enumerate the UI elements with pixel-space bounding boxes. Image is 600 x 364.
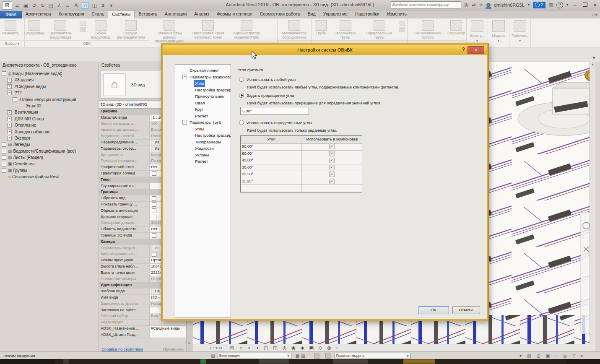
checkbox[interactable] bbox=[152, 252, 156, 257]
ribbon-button[interactable] bbox=[397, 18, 406, 27]
tree-expander-icon[interactable] bbox=[7, 84, 12, 89]
browser-tree-item[interactable]: ??? bbox=[0, 90, 98, 96]
restore-button[interactable] bbox=[582, 2, 588, 8]
browser-tree-item[interactable]: ДЛЯ MR Group bbox=[0, 116, 98, 122]
checkbox[interactable] bbox=[152, 233, 156, 238]
ribbon-button[interactable]: Механическое оборудование bbox=[278, 18, 310, 39]
ribbon-tab[interactable]: Совместная работа bbox=[256, 10, 304, 18]
view-control-icon[interactable]: ▤ bbox=[229, 345, 234, 351]
ribbon-button[interactable]: Воздуховод bbox=[26, 18, 43, 36]
ribbon-button[interactable]: Труба bbox=[312, 18, 329, 36]
view-control-icon[interactable]: ◈ bbox=[301, 345, 304, 351]
ribbon-button[interactable]: Воздухо-распределители bbox=[114, 18, 148, 39]
ribbon-button[interactable]: Изменить bbox=[1, 18, 20, 36]
dialog-tree-item[interactable]: Круг bbox=[175, 106, 231, 113]
taskbar-app[interactable] bbox=[259, 359, 289, 364]
tree-expander-icon[interactable] bbox=[7, 136, 12, 140]
tree-expander-icon[interactable] bbox=[7, 78, 12, 83]
scroll-up-icon[interactable]: ▲ bbox=[590, 62, 595, 66]
viewport-scrollbar[interactable]: ▲ bbox=[590, 62, 596, 344]
notification-badge[interactable]: 2 bbox=[533, 2, 545, 8]
ribbon-tab[interactable]: Управление bbox=[319, 10, 351, 18]
radio-icon[interactable] bbox=[239, 120, 244, 125]
taskbar-app[interactable] bbox=[333, 359, 368, 364]
qat-icon[interactable]: A bbox=[73, 3, 79, 8]
browser-tree-item[interactable]: #Сводные виды bbox=[0, 83, 98, 90]
view-control-icon[interactable]: ▢ bbox=[264, 345, 268, 351]
radio-set-angle-increment[interactable]: Задать приращение угла bbox=[239, 93, 294, 98]
qat-icon[interactable]: ↻ bbox=[40, 3, 45, 8]
angle-row[interactable]: 22.50° bbox=[241, 171, 362, 178]
checkmark-icon[interactable] bbox=[329, 158, 335, 163]
browser-tree-item[interactable]: Семейства bbox=[0, 161, 98, 167]
ribbon-button[interactable]: Сантехнический прибор bbox=[408, 18, 447, 39]
radio-use-any-angle[interactable]: Использовать любой угол bbox=[239, 77, 296, 82]
close-button[interactable]: × bbox=[592, 2, 598, 8]
ribbon-button[interactable]: Заполнитель трубы bbox=[329, 18, 361, 39]
dialog-tree-item[interactable]: Прямоугольник bbox=[175, 93, 231, 100]
angle-row[interactable]: 45.00° bbox=[241, 157, 362, 164]
ribbon-tab[interactable]: Формы и генплан bbox=[213, 10, 256, 18]
checkbox[interactable] bbox=[152, 171, 156, 176]
panel-label-select[interactable]: Выбор bbox=[0, 40, 24, 47]
os-taskbar[interactable] bbox=[0, 359, 600, 364]
selection-control-icon[interactable]: ▾ bbox=[519, 354, 522, 358]
qat-icon[interactable]: ≡ bbox=[100, 3, 106, 8]
taskbar-app-active[interactable] bbox=[403, 359, 435, 364]
view-control-icon[interactable]: ◑ bbox=[256, 345, 259, 351]
view-control-icon[interactable]: ◇ bbox=[319, 345, 322, 351]
dialog-title-bar[interactable]: Настройки систем ОВиВК ? × bbox=[163, 45, 487, 55]
angle-row[interactable]: 30.00° bbox=[241, 164, 362, 172]
design-option-dropdown[interactable]: Главная модель∨ bbox=[335, 353, 411, 359]
dialog-tree-item[interactable]: Уклоны bbox=[175, 152, 231, 159]
ribbon-tab[interactable]: Системы bbox=[108, 10, 135, 18]
view-control-icon[interactable]: ◫ bbox=[273, 345, 277, 351]
angle-row[interactable]: 60.00° bbox=[241, 151, 362, 158]
dialog-tree-item[interactable]: Настройка трассировки bbox=[175, 132, 231, 139]
tree-expander-icon[interactable] bbox=[7, 91, 12, 95]
minimize-button[interactable]: – bbox=[571, 2, 578, 8]
checkmark-icon[interactable] bbox=[329, 151, 335, 156]
user-menu-chevron-icon[interactable]: ▾ bbox=[528, 3, 530, 7]
angle-row[interactable]: 11.25° bbox=[241, 178, 362, 185]
qat-icon[interactable]: ↔ bbox=[65, 3, 70, 8]
tree-expander-icon[interactable] bbox=[2, 155, 6, 160]
ribbon-tab[interactable]: Конструкция bbox=[55, 10, 88, 18]
radio-selected-icon[interactable] bbox=[239, 93, 244, 98]
browser-tree-item[interactable]: Виды (Назначение вида) bbox=[0, 70, 98, 77]
dialog-help-icon[interactable]: ? bbox=[462, 47, 465, 52]
workset-gear-icon[interactable]: ▦ bbox=[296, 354, 299, 358]
tree-expander-icon[interactable] bbox=[7, 130, 12, 134]
view-control-icon[interactable]: ☼ bbox=[239, 345, 243, 351]
ribbon-tab[interactable]: Вставить bbox=[135, 10, 161, 18]
tree-expander-icon[interactable] bbox=[7, 117, 12, 121]
apply-button[interactable]: Применить bbox=[163, 347, 184, 351]
qat-icon[interactable]: ▱ bbox=[15, 3, 20, 8]
dialog-tree-item[interactable]: Типоразмеры bbox=[175, 139, 231, 146]
browser-tree-item[interactable]: Группы bbox=[0, 167, 98, 174]
view-control-icon[interactable]: ◉ bbox=[291, 345, 296, 351]
browser-tree-item[interactable]: Планы несущих конструкций bbox=[0, 96, 98, 103]
help-icon[interactable]: ? bbox=[556, 2, 563, 8]
view-scale-button[interactable]: 1 : 100 bbox=[210, 346, 222, 350]
checkbox[interactable] bbox=[152, 215, 156, 219]
ribbon-state-toggle-icon[interactable]: ❏▾ bbox=[592, 13, 597, 17]
qat-icon[interactable]: ◫ bbox=[92, 3, 97, 8]
properties-help-link[interactable]: Справка по свойствам bbox=[101, 347, 143, 351]
browser-tree-item[interactable]: Связанные файлы Revit bbox=[0, 174, 98, 180]
ok-button[interactable]: OK bbox=[418, 306, 449, 314]
checkmark-icon[interactable] bbox=[329, 179, 335, 184]
ribbon-button[interactable]: Гибкий воздуховод bbox=[88, 18, 114, 39]
panel-label-hvac[interactable]: ОВК bbox=[25, 40, 149, 47]
navigation-bar[interactable] bbox=[581, 212, 590, 334]
selection-control-icon[interactable]: ▤ bbox=[527, 354, 531, 358]
ribbon-button[interactable] bbox=[78, 18, 88, 27]
ribbon-button[interactable]: Параллельные трубы bbox=[361, 18, 397, 39]
view-control-icon[interactable]: ▣ bbox=[309, 345, 313, 351]
selection-control-icon[interactable]: ▣ bbox=[546, 354, 550, 358]
selection-control-icon[interactable]: ▽ bbox=[572, 354, 576, 358]
qat-icon[interactable]: ⌂ bbox=[82, 2, 89, 9]
qat-icon[interactable]: ▾ bbox=[109, 3, 114, 8]
dialog-tree-item[interactable]: Параметры воздуховодов bbox=[175, 74, 231, 81]
tree-expander-icon[interactable] bbox=[2, 168, 6, 173]
